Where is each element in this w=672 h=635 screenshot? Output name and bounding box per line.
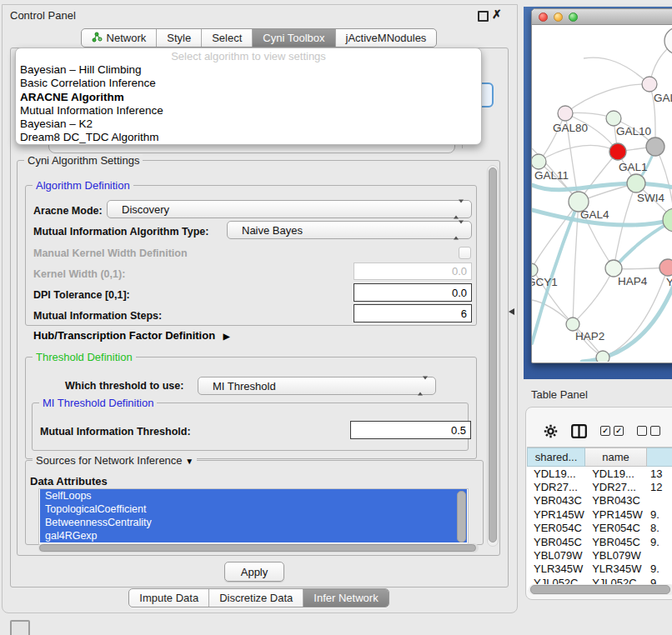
table-cell: YBL079W	[585, 549, 647, 562]
network-node[interactable]	[606, 111, 621, 126]
node-table: shared...name YDL19...YDL19...13YDR27...…	[527, 447, 672, 590]
hub-definition-toggle[interactable]: Hub/Transcription Factor Definition ▶	[33, 329, 229, 342]
close-panel-icon[interactable]: ✗	[492, 8, 502, 21]
network-node[interactable]	[663, 208, 672, 232]
algorithm-option[interactable]: Bayesian – K2	[16, 118, 481, 131]
algorithm-option[interactable]: Basic Correlation Inference	[16, 77, 481, 90]
attribute-item-selected[interactable]: TopologicalCoefficient	[40, 502, 467, 516]
minimized-panel-icon[interactable]	[10, 620, 30, 635]
network-node[interactable]	[596, 351, 609, 362]
split-divider-arrow[interactable]	[509, 308, 514, 315]
float-window-icon[interactable]	[478, 11, 489, 22]
attribute-item-selected[interactable]: gal4RGexp	[40, 529, 467, 542]
table-row[interactable]: YBR045CYBR045C9.	[527, 535, 672, 548]
minimize-window-button[interactable]	[554, 12, 563, 22]
table-row[interactable]: YER054CYER054C8.	[527, 522, 672, 535]
column-header[interactable]: name	[585, 448, 647, 467]
tab-jactivemnodules[interactable]: jActiveMNodules	[336, 29, 437, 47]
close-window-button[interactable]	[539, 12, 548, 22]
table-cell: YBR043C	[585, 494, 647, 507]
sources-group-title[interactable]: Sources for Network Inference ▼	[33, 454, 197, 467]
which-threshold-select[interactable]: MI Threshold	[198, 377, 436, 395]
attribute-item-selected[interactable]: BetweennessCentrality	[40, 516, 467, 529]
settings-vertical-scrollbar[interactable]	[487, 165, 499, 547]
network-edge[interactable]	[573, 268, 614, 323]
columns-icon[interactable]	[571, 424, 587, 438]
apply-button[interactable]: Apply	[224, 562, 284, 582]
column-header[interactable]: shared...	[527, 448, 585, 467]
algorithm-option[interactable]: Dream8 DC_TDC Algorithm	[16, 131, 481, 144]
network-node-label: GAL	[654, 92, 672, 104]
network-edge[interactable]	[584, 58, 649, 84]
settings-vertical-scrollbar-thumb[interactable]	[489, 168, 497, 542]
table-row[interactable]: YPR145WYPR145W9.	[527, 508, 672, 521]
table-cell: 9.	[647, 562, 672, 575]
network-edge[interactable]	[565, 84, 649, 113]
dpi-tolerance-field[interactable]: 0.0	[354, 283, 472, 302]
settings-horizontal-scrollbar[interactable]	[38, 543, 479, 552]
network-node[interactable]	[627, 174, 645, 192]
tab-discretize-data[interactable]: Discretize Data	[209, 589, 303, 607]
table-panel-toolbar: ✓✓	[544, 421, 672, 441]
mi-steps-field[interactable]: 6	[354, 304, 472, 322]
attributes-scrollbar-thumb[interactable]	[457, 491, 466, 542]
network-node[interactable]	[532, 263, 538, 277]
network-edge-highlighted[interactable]	[532, 183, 672, 189]
table-cell: 9.	[647, 508, 672, 521]
table-cell: YPR145W	[527, 508, 585, 521]
network-node-label: HAP4	[618, 275, 648, 288]
zoom-window-button[interactable]	[569, 12, 578, 22]
tab-cyni-toolbox[interactable]: Cyni Toolbox	[253, 29, 335, 47]
network-node[interactable]	[659, 259, 672, 276]
table-row[interactable]: YDR27...YDR27...12	[527, 480, 672, 493]
network-icon	[92, 32, 103, 45]
network-node[interactable]	[609, 143, 626, 160]
settings-horizontal-scrollbar-thumb[interactable]	[39, 544, 476, 552]
screenshot-root: Control Panel ✗ NetworkStyleSelectCyni T…	[0, 0, 672, 635]
tab-select[interactable]: Select	[202, 29, 253, 47]
manual-kernel-width-checkbox[interactable]	[459, 247, 471, 259]
network-node[interactable]	[642, 77, 657, 92]
network-node[interactable]	[566, 318, 579, 331]
network-node[interactable]	[646, 138, 664, 156]
aracne-mode-select[interactable]: Discovery	[107, 200, 472, 218]
manual-kernel-width-label: Manual Kernel Width Definition	[33, 248, 188, 259]
table-row[interactable]: YLR345WYLR345W9.	[527, 562, 672, 576]
mi-algorithm-type-select[interactable]: Naive Bayes	[227, 221, 472, 239]
table-row[interactable]: YBL079WYBL079W	[527, 548, 672, 562]
network-window-titlebar[interactable]	[532, 9, 672, 25]
table-cell: YBR045C	[585, 536, 647, 548]
table-cell: YBL079W	[527, 549, 585, 562]
algorithm-option[interactable]: Mutual Information Inference	[16, 104, 481, 118]
network-edge[interactable]	[539, 145, 618, 162]
table-horizontal-scrollbar[interactable]	[529, 584, 672, 595]
checkboxes-checked-icon[interactable]: ✓✓	[600, 426, 624, 436]
bottom-tab-bar: Impute DataDiscretize DataInfer Network	[2, 588, 516, 608]
cytoscape-desktop: GALGAL80GAL10GAL1GAL11SWI4GAL4GCY1HAP4YH…	[524, 7, 672, 379]
table-row[interactable]: YDL19...YDL19...13	[527, 467, 672, 480]
table-horizontal-scrollbar-thumb[interactable]	[530, 585, 670, 594]
mi-threshold-field[interactable]: 0.5	[350, 421, 471, 439]
network-view-window[interactable]: GALGAL80GAL10GAL1GAL11SWI4GAL4GCY1HAP4YH…	[531, 8, 672, 363]
kernel-width-field[interactable]: 0.0	[354, 262, 472, 280]
tab-infer-network[interactable]: Infer Network	[303, 589, 388, 607]
tab-impute-data[interactable]: Impute Data	[129, 589, 209, 607]
network-graph[interactable]: GALGAL80GAL10GAL1GAL11SWI4GAL4GCY1HAP4YH…	[532, 25, 672, 362]
attribute-item-selected[interactable]: SelfLoops	[40, 489, 467, 502]
network-node-label: HAP2	[575, 330, 604, 342]
checkboxes-unchecked-icon[interactable]	[637, 426, 660, 436]
tab-group: NetworkStyleSelectCyni ToolboxjActiveMNo…	[81, 28, 438, 48]
column-header[interactable]	[647, 448, 672, 467]
data-attributes-list[interactable]: SelfLoopsTopologicalCoefficientBetweenne…	[38, 488, 469, 545]
algorithm-option[interactable]: ARACNE Algorithm	[16, 91, 481, 104]
network-node[interactable]	[532, 154, 546, 169]
tab-network[interactable]: Network	[82, 29, 158, 47]
gear-icon[interactable]	[544, 424, 558, 438]
table-row[interactable]: YBR043CYBR043C	[527, 494, 672, 508]
network-node[interactable]	[558, 106, 573, 121]
table-cell: 8.	[647, 522, 672, 534]
network-node[interactable]	[605, 260, 622, 277]
threshold-definition-title: Threshold Definition	[33, 351, 136, 363]
tab-style[interactable]: Style	[157, 29, 202, 47]
algorithm-option[interactable]: Bayesian – Hill Climbing	[16, 63, 481, 77]
